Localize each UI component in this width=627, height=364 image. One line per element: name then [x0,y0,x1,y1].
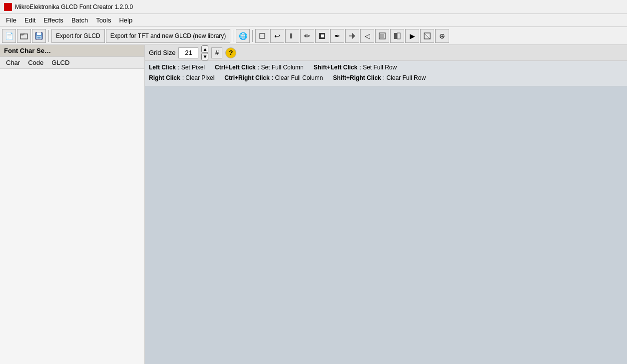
web-button[interactable]: 🌐 [236,29,250,43]
col-code: Code [24,58,47,67]
svg-rect-11 [380,34,384,38]
export-glcd-button[interactable]: Export for GLCD [51,29,105,43]
shortcut-ctrl-left: Ctrl+Left Click : Set Full Column [215,63,304,72]
tool12[interactable]: ⊕ [435,29,449,43]
menu-help[interactable]: Help [115,15,136,25]
tool4[interactable] [315,29,329,43]
tool9[interactable] [390,29,404,43]
separator-3 [252,30,253,42]
tool5[interactable]: ✒ [330,29,344,43]
save-button[interactable] [32,29,46,43]
title-bar: MikroElektronika GLCD Font Creator 1.2.0… [0,0,627,14]
menu-tools[interactable]: Tools [92,15,115,25]
grid-size-label: Grid Size [149,49,175,56]
export-tft-button[interactable]: Export for TFT and new GLCD (new library… [106,29,231,43]
app-icon [4,3,12,11]
tool3[interactable]: ✏ [300,29,314,43]
col-glcd: GLCD [47,58,73,67]
grid-size-up[interactable]: ▲ [201,45,208,53]
menu-effects[interactable]: Effects [39,15,67,25]
shortcut-right-click: Right Click : Clear Pixel [149,73,214,83]
tool10[interactable]: ▶ [405,29,419,43]
grid-size-input[interactable] [178,47,198,58]
tool7[interactable]: ◁ [360,29,374,43]
menu-batch[interactable]: Batch [67,15,92,25]
tool6[interactable] [345,29,359,43]
tool11[interactable] [420,29,434,43]
app-title: MikroElektronika GLCD Font Creator 1.2.0… [15,3,133,10]
left-panel: Font Char Se… Char Code GLCD [0,45,145,364]
grid-bar: Grid Size ▲ ▼ # ? [145,45,627,61]
column-headers: Char Code GLCD [0,57,144,69]
menu-edit[interactable]: Edit [20,15,39,25]
new-button[interactable] [2,29,16,43]
grid-size-down[interactable]: ▼ [201,53,208,60]
menu-bar: File Edit Effects Batch Tools Help [0,14,627,27]
left-panel-header: Font Char Se… [0,45,144,57]
tool8[interactable] [375,29,389,43]
help-button[interactable]: ? [225,47,236,58]
canvas-panel: Grid Size ▲ ▼ # ? Left Click : Set Pixel… [145,45,627,364]
undo-button[interactable]: ↩ [270,29,284,43]
svg-marker-9 [352,33,355,39]
open-button[interactable] [17,29,31,43]
svg-rect-13 [397,33,400,39]
svg-rect-7 [321,34,324,37]
shortcut-shift-left: Shift+Left Click : Set Full Row [314,63,397,72]
main-layout: Font Char Se… Char Code GLCD Grid Size ▲… [0,45,627,364]
shortcut-ctrl-right: Ctrl+Right Click : Clear Full Column [224,73,323,83]
shortcut-shift-right: Shift+Right Click : Clear Full Row [333,73,426,83]
separator-1 [48,30,49,42]
svg-rect-5 [290,33,292,38]
shortcut-row-2: Right Click : Clear Pixel Ctrl+Right Cli… [149,73,623,83]
tool1[interactable] [255,29,269,43]
col-char: Char [2,58,24,67]
grid-toggle-button[interactable]: # [211,47,222,58]
shortcut-row-1: Left Click : Set Pixel Ctrl+Left Click :… [149,63,623,72]
shortcuts-bar: Left Click : Set Pixel Ctrl+Left Click :… [145,61,627,86]
svg-line-15 [424,33,430,39]
shortcut-left-click: Left Click : Set Pixel [149,63,205,72]
svg-rect-4 [260,33,265,38]
toolbar: Export for GLCD Export for TFT and new G… [0,27,627,45]
separator-2 [233,30,233,42]
svg-rect-2 [37,32,41,35]
tool2[interactable] [285,29,299,43]
svg-rect-12 [394,33,397,39]
menu-file[interactable]: File [2,15,20,25]
